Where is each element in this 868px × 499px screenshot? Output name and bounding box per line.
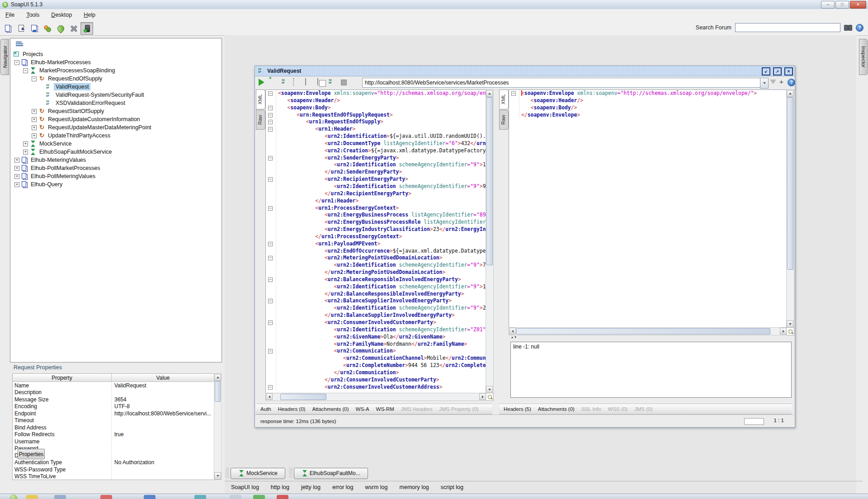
drag-handle[interactable] [289, 468, 292, 479]
property-row[interactable]: Bind Address [13, 424, 214, 431]
view-tab-raw[interactable]: Raw [499, 110, 509, 130]
soap-action-icon[interactable]: SOAP [329, 79, 335, 85]
expand-toggle-icon[interactable]: − [14, 60, 19, 65]
fold-toggle-icon[interactable]: − [268, 349, 273, 353]
menu-file[interactable]: File [1, 10, 19, 19]
add-icon[interactable]: + [779, 79, 783, 85]
create-empty-icon[interactable] [293, 78, 294, 85]
request-hscrollbar[interactable] [265, 393, 486, 401]
scroll-up-icon[interactable] [486, 90, 493, 97]
search-forum-input[interactable] [735, 23, 840, 32]
expand-toggle-icon[interactable]: − [32, 76, 37, 81]
frame-minimize-button[interactable]: ↙ [762, 67, 770, 75]
tree-item[interactable]: +Elhub-MeteringValues [10, 156, 222, 164]
forum-icon[interactable] [41, 22, 54, 35]
import-project-icon[interactable] [15, 22, 28, 35]
windows-taskbar[interactable] [0, 494, 868, 499]
navigator-tab[interactable]: Navigator [0, 39, 9, 75]
expand-toggle-icon[interactable]: + [32, 109, 37, 114]
fold-toggle-icon[interactable]: − [268, 113, 273, 118]
property-row[interactable]: WSS TimeToLive [13, 473, 214, 480]
magnifier-icon[interactable] [486, 393, 494, 401]
endpoint-url-combo[interactable]: http://localhost:8080/WebService/service… [362, 78, 762, 88]
inspector-tab-ws-a[interactable]: WS-A [356, 406, 369, 412]
fold-toggle-icon[interactable]: − [268, 156, 273, 160]
app-teal-icon[interactable] [194, 495, 206, 499]
response-vscrollbar[interactable] [786, 89, 794, 328]
expand-toggle-icon[interactable]: + [14, 174, 19, 179]
fold-toggle-icon[interactable]: − [268, 106, 273, 110]
menu-tools[interactable]: Tools [22, 10, 44, 19]
soapui-home-icon[interactable] [54, 22, 67, 35]
scroll-thumb[interactable] [215, 381, 221, 402]
log-tab-memory-log[interactable]: memory log [400, 484, 429, 490]
fold-toggle-icon[interactable]: − [268, 278, 273, 282]
close-button[interactable]: ✕ [850, 1, 866, 9]
add-to-mockservice-icon[interactable]: SOAP [282, 79, 288, 85]
log-tab-script-log[interactable]: script log [441, 484, 463, 490]
folder-icon[interactable] [26, 495, 38, 499]
view-tab-raw[interactable]: Raw [256, 110, 265, 130]
inspector-tab-attachments-0-[interactable]: Attachments (0) [312, 406, 349, 412]
tree-item[interactable]: SOAPValidRequest-System/SecurityFault [10, 91, 222, 99]
save-all-icon[interactable] [28, 22, 41, 35]
scroll-thumb[interactable] [787, 97, 793, 270]
inspector-tab-headers-5-[interactable]: Headers (5) [504, 406, 531, 412]
property-row[interactable]: Description [13, 389, 214, 396]
search-icon[interactable] [844, 24, 852, 31]
property-row[interactable]: Endpointhttp://localhost:8080/WebService… [13, 410, 214, 417]
scroll-right-icon[interactable] [479, 393, 486, 400]
scroll-right-icon[interactable] [780, 328, 787, 334]
expand-toggle-icon[interactable]: + [23, 141, 28, 146]
chevron-down-icon[interactable] [760, 78, 769, 89]
response-xml-editor[interactable]: −<soapenv:Envelope xmlns:soapenv="http:/… [509, 89, 787, 328]
property-row[interactable]: Authentication TypeNo Authorization [13, 459, 214, 466]
tree-item[interactable]: +↻RequestStartOfSupply [10, 107, 222, 115]
scroll-up-icon[interactable] [214, 374, 221, 381]
tree-item[interactable]: −Elhub-MarketProcesses [10, 58, 222, 66]
window-icon[interactable] [54, 495, 66, 499]
tree-item[interactable]: Projects [10, 50, 222, 58]
app-red-icon[interactable] [100, 495, 112, 499]
properties-button[interactable]: Properties [18, 449, 45, 459]
log-tab-jetty-log[interactable]: jetty log [301, 484, 321, 490]
minimized-window-mockservice[interactable]: MockService [231, 468, 285, 479]
tree-item[interactable]: +↻RequestUpdateMasterDataMeteringPoint [10, 123, 222, 132]
scroll-thumb[interactable] [486, 97, 493, 265]
start-orb[interactable] [10, 494, 17, 499]
menu-desktop[interactable]: Desktop [47, 10, 76, 19]
inspector-tab-headers-0-[interactable]: Headers (0) [278, 406, 306, 412]
property-row[interactable]: Follow Redirectstrue [13, 431, 214, 438]
frame-maximize-button[interactable]: ↗ [773, 67, 782, 75]
fold-toggle-icon[interactable]: − [268, 91, 273, 96]
magnifier-icon[interactable] [786, 327, 794, 335]
tree-item[interactable]: +↻RequestUpdateCustomerInformation [10, 115, 222, 123]
scroll-left-icon[interactable] [509, 328, 516, 334]
fold-toggle-icon[interactable]: − [268, 120, 273, 124]
tree-item[interactable]: −↻RequestEndOfSupply [10, 75, 222, 83]
minimized-window-elhubsoapfaultmo-[interactable]: ElhubSoapFaultMo... [294, 468, 368, 479]
expand-toggle-icon[interactable]: + [14, 166, 19, 171]
tree-item[interactable]: +MockService [10, 140, 222, 148]
expand-toggle-icon[interactable]: − [23, 68, 28, 73]
scroll-down-icon[interactable] [214, 472, 221, 480]
fold-toggle-icon[interactable]: − [268, 177, 273, 182]
explorer-icon[interactable] [230, 495, 241, 499]
tree-item[interactable]: SOAPValidRequest [10, 83, 222, 91]
scroll-down-icon[interactable] [787, 320, 793, 328]
scroll-thumb[interactable] [280, 394, 326, 400]
tree-item[interactable]: +Elhub-PollMarketProcesses [10, 164, 222, 172]
tree-item[interactable]: +Elhub-Query [10, 180, 222, 188]
maximize-button[interactable]: □ [835, 1, 849, 9]
inspector-tab-auth[interactable]: Auth [260, 406, 271, 412]
request-vscrollbar[interactable] [486, 89, 494, 394]
frame-close-button[interactable]: ✕ [784, 67, 793, 75]
collapse-tree-icon[interactable] [16, 42, 22, 42]
tree-item[interactable]: +ElhubSoapFaultMockService [10, 148, 222, 156]
expand-toggle-icon[interactable]: + [32, 125, 37, 130]
response-hscrollbar[interactable] [509, 327, 787, 335]
expand-toggle-icon[interactable]: + [32, 117, 37, 122]
help-icon[interactable]: ? [856, 24, 863, 32]
new-project-icon[interactable] [2, 22, 14, 35]
drag-handle[interactable] [226, 468, 229, 479]
